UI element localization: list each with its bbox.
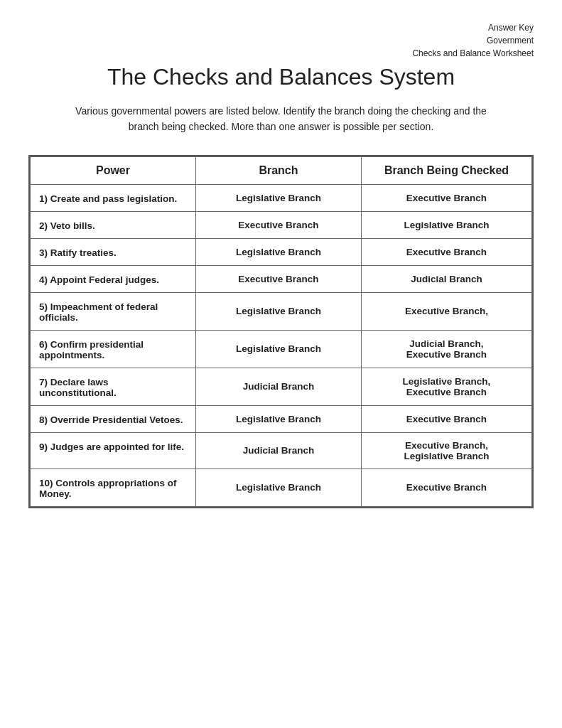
header-power: Power <box>31 156 196 184</box>
main-title: The Checks and Balances System <box>28 64 534 90</box>
cell-branch-8: Judicial Branch <box>195 432 361 469</box>
cell-power-7: 8) Override Presidential Vetoes. <box>31 405 196 432</box>
subtitle-line1: Various governmental powers are listed b… <box>75 105 487 117</box>
subtitle: Various governmental powers are listed b… <box>28 103 534 135</box>
cell-branch-0: Legislative Branch <box>195 184 361 211</box>
cell-power-9: 10) Controls appropriations of Money. <box>31 469 196 506</box>
meta-line1: Answer Key <box>488 23 534 33</box>
checks-balances-table: Power Branch Branch Being Checked 1) Cre… <box>30 156 532 507</box>
cell-power-2: 3) Ratify treaties. <box>31 238 196 265</box>
header-branch: Branch <box>195 156 361 184</box>
top-right-meta: Answer Key Government Checks and Balance… <box>412 21 534 60</box>
table-row: 4) Appoint Federal judges.Executive Bran… <box>31 265 532 292</box>
table-row: 5) Impeachment of federal officials.Legi… <box>31 292 532 330</box>
table-row: 9) Judges are appointed for life.Judicia… <box>31 432 532 469</box>
table-row: 3) Ratify treaties.Legislative BranchExe… <box>31 238 532 265</box>
header-checked: Branch Being Checked <box>361 156 531 184</box>
cell-branch-1: Executive Branch <box>195 211 361 238</box>
cell-branch-4: Legislative Branch <box>195 292 361 330</box>
cell-power-4: 5) Impeachment of federal officials. <box>31 292 196 330</box>
cell-checked-7: Executive Branch <box>361 405 531 432</box>
table-row: 2) Veto bills.Executive BranchLegislativ… <box>31 211 532 238</box>
cell-checked-0: Executive Branch <box>361 184 531 211</box>
subtitle-line2: branch being checked. More than one answ… <box>129 121 434 132</box>
cell-branch-7: Legislative Branch <box>195 405 361 432</box>
table-header-row: Power Branch Branch Being Checked <box>31 156 532 184</box>
cell-power-0: 1) Create and pass legislation. <box>31 184 196 211</box>
cell-checked-2: Executive Branch <box>361 238 531 265</box>
cell-power-8: 9) Judges are appointed for life. <box>31 432 196 469</box>
cell-power-1: 2) Veto bills. <box>31 211 196 238</box>
cell-power-6: 7) Declare laws unconstitutional. <box>31 368 196 405</box>
table-row: 7) Declare laws unconstitutional.Judicia… <box>31 368 532 405</box>
cell-branch-2: Legislative Branch <box>195 238 361 265</box>
table-row: 10) Controls appropriations of Money.Leg… <box>31 469 532 506</box>
cell-checked-9: Executive Branch <box>361 469 531 506</box>
cell-power-5: 6) Confirm presidential appointments. <box>31 330 196 368</box>
cell-checked-5: Judicial Branch,Executive Branch <box>361 330 531 368</box>
table-row: 1) Create and pass legislation.Legislati… <box>31 184 532 211</box>
table-row: 6) Confirm presidential appointments.Leg… <box>31 330 532 368</box>
table-row: 8) Override Presidential Vetoes.Legislat… <box>31 405 532 432</box>
cell-checked-6: Legislative Branch,Executive Branch <box>361 368 531 405</box>
cell-branch-9: Legislative Branch <box>195 469 361 506</box>
cell-power-3: 4) Appoint Federal judges. <box>31 265 196 292</box>
main-table-wrapper: Power Branch Branch Being Checked 1) Cre… <box>28 155 534 508</box>
meta-line2: Government <box>487 36 534 46</box>
page: Answer Key Government Checks and Balance… <box>0 0 562 728</box>
cell-checked-3: Judicial Branch <box>361 265 531 292</box>
cell-checked-1: Legislative Branch <box>361 211 531 238</box>
cell-branch-5: Legislative Branch <box>195 330 361 368</box>
cell-branch-6: Judicial Branch <box>195 368 361 405</box>
meta-line3: Checks and Balance Worksheet <box>412 48 534 58</box>
cell-checked-8: Executive Branch,Legislative Branch <box>361 432 531 469</box>
cell-branch-3: Executive Branch <box>195 265 361 292</box>
cell-checked-4: Executive Branch, <box>361 292 531 330</box>
